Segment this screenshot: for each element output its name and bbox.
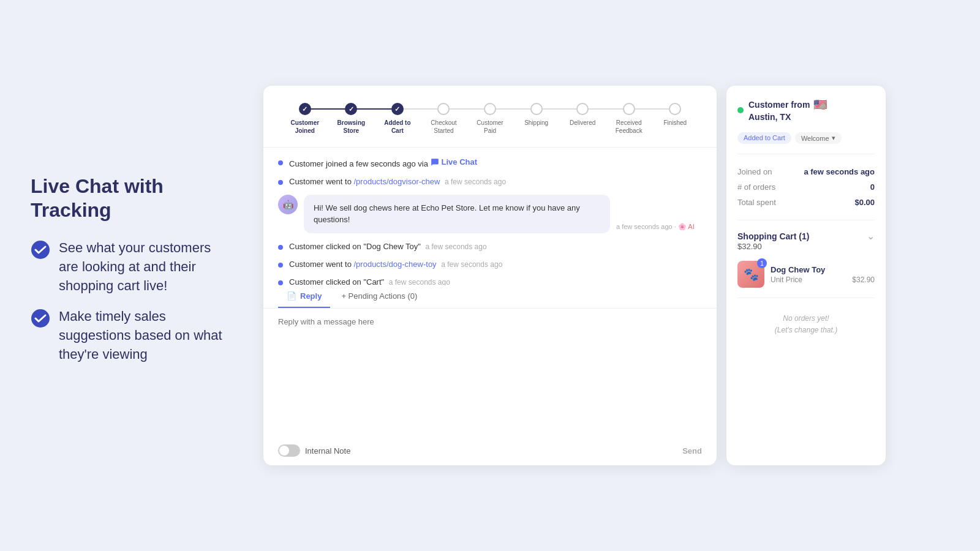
stats-label-joined: Joined on bbox=[737, 167, 772, 176]
feature-list: See what your customers are looking at a… bbox=[31, 239, 227, 364]
step-circle-5 bbox=[484, 103, 496, 115]
event-text-dogvisor: Customer went to /products/dogvisor-chew… bbox=[289, 177, 506, 186]
product-image: 🐾 1 bbox=[737, 261, 764, 288]
step-connector-1 bbox=[305, 108, 352, 110]
unit-price-label: Unit Price bbox=[771, 276, 802, 284]
event-went-to-dogchewtoy: Customer went to /products/dog-chew-toy … bbox=[278, 260, 702, 269]
progress-tracker: CustomerJoined BrowsingStore bbox=[263, 86, 717, 148]
step-connector-5 bbox=[490, 108, 537, 110]
internal-note-label: Internal Note bbox=[305, 446, 350, 455]
cart-title: Shopping Cart (1) bbox=[737, 231, 809, 241]
stats-label-spent: Total spent bbox=[737, 198, 776, 207]
feature-item-1: See what your customers are looking at a… bbox=[31, 239, 227, 295]
ai-badge: 🌸 AI bbox=[678, 223, 695, 230]
stats-label-orders: # of orders bbox=[737, 182, 775, 192]
shopping-cart-section: Shopping Cart (1) ⌄ $32.90 bbox=[737, 230, 875, 251]
event-dot-4 bbox=[278, 263, 283, 268]
step-finished: Finished bbox=[652, 103, 699, 127]
event-text-dogchew: Customer clicked on "Dog Chew Toy" a few… bbox=[289, 242, 487, 251]
chat-messages[interactable]: Customer joined a few seconds ago via Li… bbox=[263, 148, 717, 285]
country-flag: 🇺🇸 bbox=[813, 98, 827, 111]
ai-chat-bubble: Hi! We sell dog chews here at Echo Pet S… bbox=[304, 195, 610, 233]
customer-tags: Added to Cart Welcome ▾ bbox=[737, 132, 875, 144]
progress-steps: CustomerJoined BrowsingStore bbox=[282, 103, 698, 135]
step-connector-4 bbox=[443, 108, 490, 110]
divider-2 bbox=[737, 220, 875, 220]
stats-value-spent: $0.00 bbox=[854, 198, 875, 207]
reply-tab-label: Reply bbox=[300, 291, 322, 301]
event-clicked-cart: Customer clicked on "Cart" a few seconds… bbox=[278, 277, 702, 285]
product-info: Dog Chew Toy Unit Price $32.90 bbox=[771, 265, 875, 284]
check-circle-icon-1 bbox=[31, 240, 50, 260]
step-label-8: ReceivedFeedback bbox=[616, 119, 643, 135]
step-shipping: Shipping bbox=[513, 103, 560, 127]
reply-input-area[interactable] bbox=[263, 309, 717, 440]
stats-row-joined: Joined on a few seconds ago bbox=[737, 164, 875, 179]
tag-added-to-cart[interactable]: Added to Cart bbox=[737, 132, 791, 144]
bot-avatar: 🤖 bbox=[278, 195, 298, 214]
cart-chevron-icon[interactable]: ⌄ bbox=[867, 230, 875, 242]
product-name: Dog Chew Toy bbox=[771, 265, 875, 274]
stats-row-orders: # of orders 0 bbox=[737, 179, 875, 195]
no-orders-message: No orders yet!(Let's change that.) bbox=[737, 308, 875, 341]
check-circle-icon-2 bbox=[31, 309, 50, 328]
step-added-to-cart: Added toCart bbox=[374, 103, 421, 135]
tab-pending-actions[interactable]: + Pending Actions (0) bbox=[333, 285, 426, 308]
step-label-6: Shipping bbox=[524, 119, 548, 127]
divider-1 bbox=[737, 154, 875, 154]
step-circle-6 bbox=[530, 103, 543, 115]
divider-3 bbox=[737, 298, 875, 298]
customer-location: Austin, TX bbox=[748, 111, 827, 122]
step-circle-9 bbox=[669, 103, 681, 115]
chat-icon bbox=[431, 158, 439, 167]
event-text-dogchewtoy: Customer went to /products/dog-chew-toy … bbox=[289, 260, 502, 269]
event-customer-joined: Customer joined a few seconds ago via Li… bbox=[278, 157, 702, 168]
bubble-meta: a few seconds ago · 🌸 AI bbox=[616, 223, 695, 231]
stats-value-orders: 0 bbox=[870, 182, 875, 192]
svg-point-1 bbox=[31, 309, 50, 328]
event-text-joined: Customer joined a few seconds ago via Li… bbox=[289, 157, 477, 168]
right-sidebar: Customer from 🇺🇸 Austin, TX Added to Car… bbox=[726, 86, 886, 465]
reply-footer: Internal Note Send bbox=[263, 440, 717, 465]
stats-value-joined: a few seconds ago bbox=[804, 167, 875, 176]
chat-bubble-row: 🤖 Hi! We sell dog chews here at Echo Pet… bbox=[278, 195, 702, 233]
step-circle-4 bbox=[437, 103, 450, 115]
step-circle-7 bbox=[576, 103, 589, 115]
step-label-9: Finished bbox=[663, 119, 687, 127]
step-connector-8 bbox=[629, 108, 676, 110]
tab-reply[interactable]: 📄 Reply bbox=[278, 285, 330, 308]
pending-tab-label: + Pending Actions (0) bbox=[341, 291, 417, 301]
step-connector-3 bbox=[398, 108, 444, 110]
link-dogvisor[interactable]: /products/dogvisor-chew bbox=[354, 177, 440, 186]
step-customer-paid: CustomerPaid bbox=[467, 103, 513, 135]
unit-price-value: $32.90 bbox=[852, 276, 875, 284]
stats-table: Joined on a few seconds ago # of orders … bbox=[737, 164, 875, 210]
cart-item-1: 🐾 1 Dog Chew Toy Unit Price $32.90 bbox=[737, 261, 875, 288]
link-dogchewtoy[interactable]: /products/dog-chew-toy bbox=[354, 260, 437, 269]
step-received-feedback: ReceivedFeedback bbox=[606, 103, 652, 135]
tag-welcome[interactable]: Welcome ▾ bbox=[795, 132, 842, 144]
event-text-cart: Customer clicked on "Cart" a few seconds… bbox=[289, 277, 450, 285]
step-label-5: CustomerPaid bbox=[477, 119, 503, 135]
event-went-to-dogvisor: Customer went to /products/dogvisor-chew… bbox=[278, 177, 702, 186]
step-label-4: CheckoutStarted bbox=[431, 119, 456, 135]
customer-name: Customer from bbox=[748, 99, 810, 110]
reply-input[interactable] bbox=[278, 317, 702, 354]
welcome-chevron-icon: ▾ bbox=[832, 134, 835, 142]
internal-note-toggle-switch[interactable] bbox=[278, 444, 300, 457]
event-dot-5 bbox=[278, 280, 283, 285]
left-panel: Live Chat with Tracking See what your cu… bbox=[0, 138, 257, 413]
cart-total: $32.90 bbox=[737, 242, 875, 251]
step-circle-1 bbox=[299, 103, 311, 115]
feature-text-1: See what your customers are looking at a… bbox=[59, 239, 227, 295]
online-status-dot bbox=[737, 107, 744, 113]
feature-item-2: Make timely sales suggestions based on w… bbox=[31, 307, 227, 364]
event-clicked-dogchew: Customer clicked on "Dog Chew Toy" a few… bbox=[278, 242, 702, 251]
send-button[interactable]: Send bbox=[682, 446, 702, 455]
step-customer-joined: CustomerJoined bbox=[282, 103, 328, 135]
step-delivered: Delivered bbox=[559, 103, 606, 127]
step-circle-2 bbox=[345, 103, 357, 115]
step-circle-3 bbox=[391, 103, 404, 115]
product-quantity-badge: 1 bbox=[757, 258, 767, 268]
feature-text-2: Make timely sales suggestions based on w… bbox=[59, 307, 227, 364]
